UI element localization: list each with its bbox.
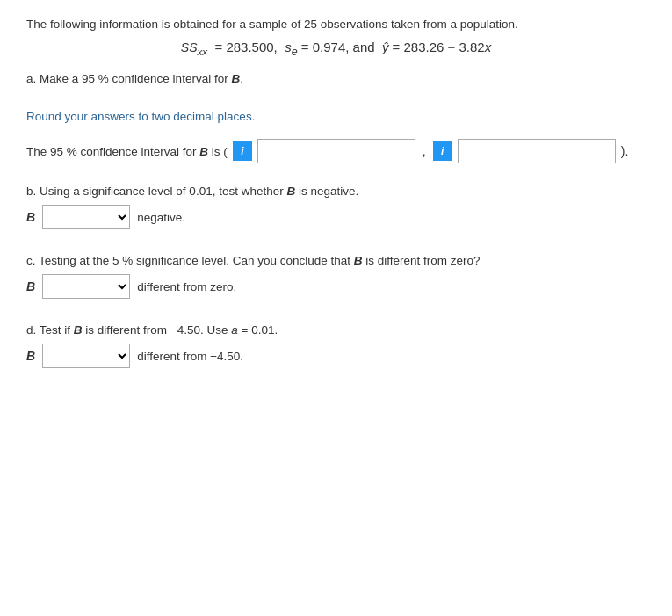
part-d-dropdown[interactable]: is is not [42,344,130,368]
part-c-label: c. Testing at the 5 % significance level… [26,254,646,267]
part-d-letter: d. [26,323,36,337]
part-b-section: b. Using a significance level of 0.01, t… [26,185,646,229]
confidence-label-text: The 95 % confidence interval for B is ( [26,145,228,158]
intro-text: The following information is obtained fo… [26,18,646,31]
part-b-var-label: B [26,210,35,224]
part-c-letter: c. [26,254,36,267]
part-a-label: a. Make a 95 % confidence interval for B… [26,72,646,85]
formula-text: SSxx = 283.500, se = 0.974, and ŷ = 283.… [181,40,491,54]
part-c-section: c. Testing at the 5 % significance level… [26,254,646,299]
confidence-lower-input[interactable] [257,139,415,163]
confidence-interval-row: The 95 % confidence interval for B is ( … [26,139,646,163]
part-d-var-label: B [26,349,35,363]
part-d-section: d. Test if B is different from −4.50. Us… [26,323,646,368]
part-b-instruction: Using a significance level of 0.01, test… [40,185,358,198]
confidence-upper-input[interactable] [458,139,616,163]
info-button-2[interactable]: i [433,141,452,161]
part-c-suffix: different from zero. [137,280,236,294]
formula-display: SSxx = 283.500, se = 0.974, and ŷ = 283.… [26,40,646,58]
part-d-suffix: different from −4.50. [137,350,243,363]
part-b-label: b. Using a significance level of 0.01, t… [26,185,646,198]
part-c-answer-row: B is is not different from zero. [26,274,646,299]
part-c-instruction: Testing at the 5 % significance level. C… [39,254,481,267]
part-b-suffix: negative. [137,211,185,224]
info-button-1[interactable]: i [233,141,252,161]
part-b-dropdown[interactable]: is is not [42,205,130,229]
close-paren: ). [621,144,629,158]
part-b-answer-row: B is is not negative. [26,205,646,229]
round-note: Round your answers to two decimal places… [26,110,646,123]
part-a-section: a. Make a 95 % confidence interval for B… [26,72,646,85]
comma-separator: , [423,144,426,158]
part-d-label: d. Test if B is different from −4.50. Us… [26,323,646,337]
part-c-var-label: B [26,279,35,294]
part-b-letter: b. [26,185,36,198]
part-a-instruction: Make a 95 % confidence interval for B. [40,72,243,85]
part-d-instruction: Test if B is different from −4.50. Use a… [40,323,278,337]
part-c-dropdown[interactable]: is is not [42,274,130,299]
part-d-answer-row: B is is not different from −4.50. [26,344,646,368]
part-a-letter: a. [26,72,36,85]
